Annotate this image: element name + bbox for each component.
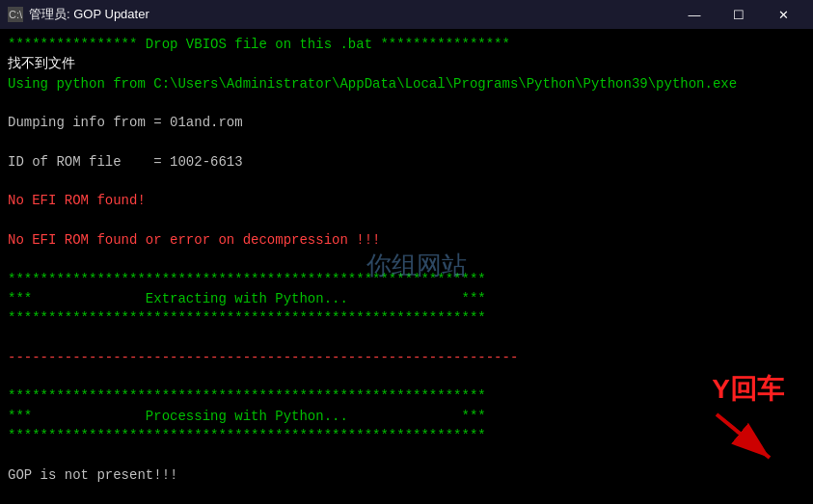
terminal-line: No EFI ROM found or error on decompressi…: [8, 230, 805, 250]
maximize-button[interactable]: ☐: [717, 0, 761, 29]
terminal-line: ****************************************…: [8, 386, 805, 406]
terminal-line: ****************************************…: [8, 426, 805, 445]
titlebar: C:\ 管理员: GOP Updater — ☐ ✕: [0, 0, 813, 29]
terminal-line: Dumping info from = 01and.rom: [8, 113, 805, 132]
terminal-line: [8, 328, 805, 347]
terminal-line: [8, 367, 805, 386]
terminal-line: Using python from C:\Users\Administrator…: [8, 74, 805, 93]
terminal-line: ****************************************…: [8, 308, 805, 328]
terminal-line: **************** Drop VBIOS file on this…: [8, 35, 805, 54]
titlebar-title: 管理员: GOP Updater: [29, 6, 672, 23]
terminal-line: ----------------------------------------…: [8, 348, 805, 367]
terminal-line: [8, 211, 805, 230]
terminal-window: **************** Drop VBIOS file on this…: [0, 29, 813, 504]
terminal-line: [8, 93, 805, 113]
terminal-line: ****************************************…: [8, 270, 805, 289]
terminal-line: *** Extracting with Python... ***: [8, 289, 805, 308]
terminal-line: [8, 445, 805, 464]
close-button[interactable]: ✕: [761, 0, 805, 29]
terminal-output: **************** Drop VBIOS file on this…: [8, 35, 805, 504]
titlebar-controls: — ☐ ✕: [672, 0, 805, 29]
terminal-line: 找不到文件: [8, 54, 805, 73]
terminal-line: *** Processing with Python... ***: [8, 407, 805, 426]
titlebar-icon: C:\: [8, 7, 23, 22]
terminal-line: [8, 172, 805, 191]
terminal-line: No EFI ROM found!: [8, 191, 805, 210]
terminal-line: GOP is not present!!!: [8, 465, 805, 485]
terminal-line: [8, 132, 805, 151]
terminal-line: [8, 250, 805, 269]
minimize-button[interactable]: —: [672, 0, 717, 29]
terminal-line: ID of ROM file = 1002-6613: [8, 152, 805, 172]
terminal-line: [8, 485, 805, 504]
